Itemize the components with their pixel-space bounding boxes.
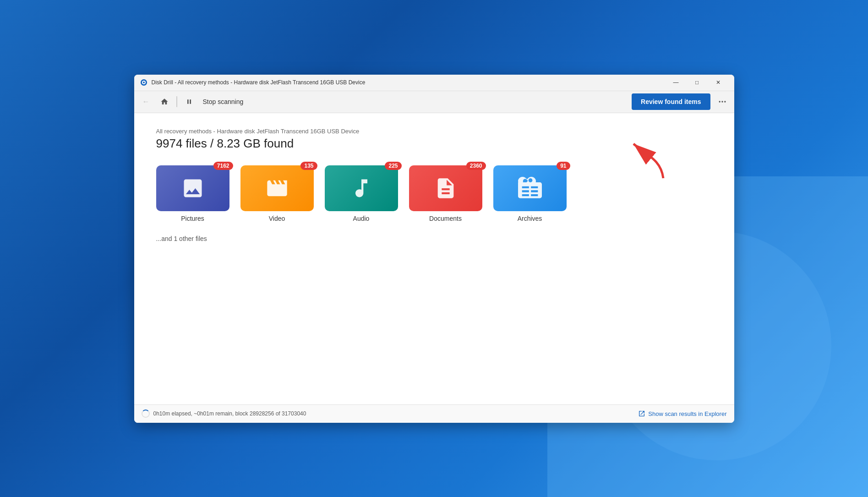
other-files-text: ...and 1 other files	[156, 235, 712, 242]
badge-archives: 91	[557, 162, 570, 170]
scan-subtitle: All recovery methods - Hardware disk Jet…	[156, 128, 712, 135]
category-label-documents: Documents	[429, 215, 462, 222]
title-bar-text: Disk Drill - All recovery methods - Hard…	[152, 79, 666, 86]
category-tile-documents: 2360	[409, 165, 482, 211]
badge-video: 135	[300, 162, 317, 170]
app-window: Disk Drill - All recovery methods - Hard…	[134, 75, 734, 423]
category-documents[interactable]: 2360 Documents	[409, 165, 482, 222]
pause-button[interactable]	[181, 93, 197, 110]
more-options-button[interactable]	[714, 93, 731, 110]
toolbar-right: Review found items	[632, 93, 730, 110]
status-bar: 0h10m elapsed, ~0h01m remain, block 2892…	[134, 404, 734, 423]
category-tile-pictures: 7162	[156, 165, 229, 211]
window-controls: — □ ✕	[666, 75, 729, 91]
category-tile-video: 135	[240, 165, 314, 211]
category-audio[interactable]: 225 Audio	[325, 165, 398, 222]
home-button[interactable]	[156, 93, 173, 110]
close-button[interactable]: ✕	[708, 75, 729, 91]
category-video[interactable]: 135 Video	[240, 165, 314, 222]
svg-point-3	[719, 101, 720, 102]
svg-point-2	[143, 82, 145, 83]
badge-documents: 2360	[466, 162, 486, 170]
scan-title: 9974 files / 8.23 GB found	[156, 137, 712, 151]
maximize-button[interactable]: □	[687, 75, 708, 91]
category-tile-audio: 225	[325, 165, 398, 211]
title-bar: Disk Drill - All recovery methods - Hard…	[134, 75, 734, 91]
badge-audio: 225	[385, 162, 401, 170]
loading-spinner	[142, 410, 150, 418]
category-label-video: Video	[269, 215, 285, 222]
back-button[interactable]: ←	[138, 93, 154, 110]
category-label-audio: Audio	[353, 215, 370, 222]
show-results-label: Show scan results in Explorer	[648, 410, 726, 417]
svg-point-5	[724, 101, 726, 102]
review-found-items-button[interactable]: Review found items	[632, 93, 710, 110]
category-pictures[interactable]: 7162 Pictures	[156, 165, 229, 222]
svg-point-4	[721, 101, 723, 102]
toolbar: ← Stop scanning Review found items	[134, 91, 734, 113]
stop-scanning-label: Stop scanning	[203, 98, 630, 105]
status-text: 0h10m elapsed, ~0h01m remain, block 2892…	[153, 410, 635, 417]
badge-pictures: 7162	[213, 162, 233, 170]
category-archives[interactable]: 91 Archives	[493, 165, 567, 222]
categories-row: 7162 Pictures 135 Video 225 Audio	[156, 165, 712, 222]
show-results-link[interactable]: Show scan results in Explorer	[638, 410, 726, 417]
main-content: All recovery methods - Hardware disk Jet…	[134, 113, 734, 404]
app-icon	[140, 78, 148, 87]
category-label-pictures: Pictures	[181, 215, 204, 222]
category-label-archives: Archives	[518, 215, 542, 222]
minimize-button[interactable]: —	[666, 75, 687, 91]
toolbar-separator	[176, 96, 177, 107]
category-tile-archives: 91	[493, 165, 567, 211]
